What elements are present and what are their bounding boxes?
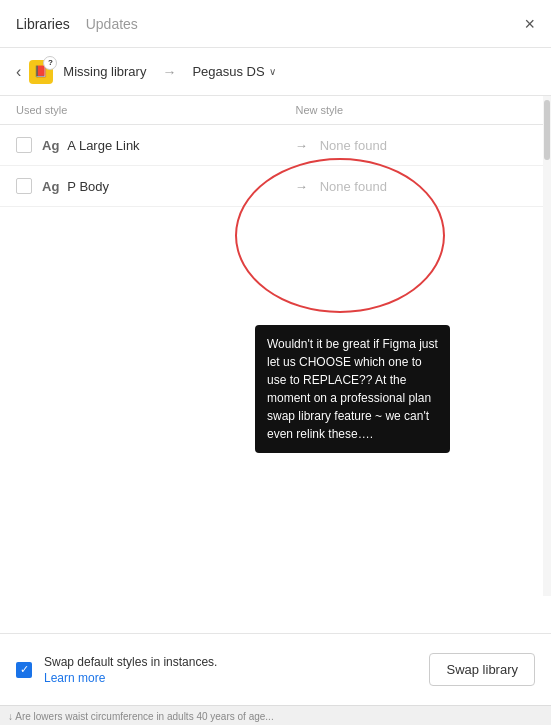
- style-type-icon: Ag: [42, 138, 59, 153]
- nav-arrow-icon: →: [162, 64, 176, 80]
- swap-styles-checkbox[interactable]: [16, 662, 32, 678]
- scrollbar-track[interactable]: [543, 96, 551, 596]
- row-checkbox-p-body[interactable]: [16, 178, 32, 194]
- new-style-value: None found: [320, 179, 535, 194]
- comment-bubble: Wouldn't it be great if Figma just let u…: [255, 325, 450, 453]
- missing-library-label: Missing library: [63, 64, 146, 79]
- panel-header: Libraries Updates ×: [0, 0, 551, 48]
- style-row: Ag A Large Link → None found: [0, 125, 551, 166]
- footer-panel: Swap default styles in instances. Learn …: [0, 633, 551, 705]
- library-nav: ‹ 📕 Missing library → Pegasus DS ∨: [0, 48, 551, 96]
- style-name: P Body: [67, 179, 282, 194]
- target-library-selector[interactable]: Pegasus DS ∨: [192, 64, 275, 79]
- missing-library-icon: 📕: [29, 60, 53, 84]
- row-checkbox-a-large-link[interactable]: [16, 137, 32, 153]
- style-row: Ag P Body → None found: [0, 166, 551, 207]
- chevron-down-icon: ∨: [269, 66, 276, 77]
- column-headers: Used style New style: [0, 96, 551, 125]
- footer-text-group: Swap default styles in instances. Learn …: [44, 655, 417, 685]
- style-type-icon: Ag: [42, 179, 59, 194]
- comment-text: Wouldn't it be great if Figma just let u…: [267, 337, 438, 441]
- footer-label: Swap default styles in instances.: [44, 655, 417, 669]
- target-library-name: Pegasus DS: [192, 64, 264, 79]
- bottom-bar: ↓ Are lowers waist circumference in adul…: [0, 705, 551, 725]
- new-style-header: New style: [296, 104, 536, 116]
- back-button[interactable]: ‹: [16, 63, 21, 81]
- style-arrow-icon: →: [295, 179, 308, 194]
- new-style-value: None found: [320, 138, 535, 153]
- learn-more-link[interactable]: Learn more: [44, 671, 417, 685]
- updates-tab[interactable]: Updates: [86, 16, 138, 32]
- style-name: A Large Link: [67, 138, 282, 153]
- close-button[interactable]: ×: [524, 15, 535, 33]
- style-arrow-icon: →: [295, 138, 308, 153]
- bottom-bar-text: ↓ Are lowers waist circumference in adul…: [0, 708, 282, 725]
- used-style-header: Used style: [16, 104, 256, 116]
- scrollbar-thumb[interactable]: [544, 100, 550, 160]
- swap-library-button[interactable]: Swap library: [429, 653, 535, 686]
- panel-title: Libraries: [16, 16, 70, 32]
